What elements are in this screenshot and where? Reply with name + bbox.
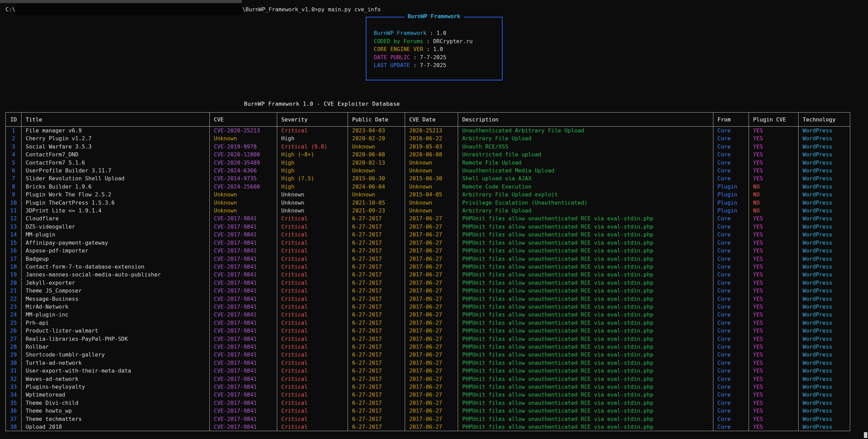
cell-public-date: 6-27-2017 [348, 367, 405, 375]
cell-id: 9 [6, 191, 22, 198]
cell-cve: CVE-2017-9841 [210, 383, 277, 391]
cell-plugin-cve: YES [749, 263, 799, 271]
cell-from: Core [713, 423, 749, 431]
cell-title: Plugins-heyloyalty [22, 383, 210, 391]
cell-plugin-cve: YES [749, 167, 799, 175]
cell-public-date: 2020-02-20 [348, 134, 405, 142]
cell-technology: WordPress [799, 175, 850, 182]
cell-description: Unauth RCE/XSS [458, 143, 713, 151]
cell-technology: WordPress [799, 191, 850, 198]
cell-from: Plugin [713, 183, 749, 191]
cell-plugin-cve: YES [749, 159, 799, 167]
cell-cve-date: 2017-06-27 [405, 391, 458, 399]
cell-plugin-cve: YES [749, 367, 799, 375]
table-row: 36Theme howto_wpCVE-2017-9841Critical6-2… [6, 407, 850, 415]
cell-technology: WordPress [799, 375, 850, 383]
cell-technology: WordPress [799, 279, 850, 287]
cell-technology: WordPress [799, 383, 850, 391]
cell-public-date: 6-27-2017 [348, 223, 405, 231]
cell-title: Plugin TheCartPress 1.5.3.6 [22, 199, 210, 207]
banner-line-label: CODED by Forums [374, 38, 424, 44]
banner-line-value: : DRCrypter.ru [423, 38, 473, 44]
cell-title: UserProfile Builder 3.11.7 [22, 167, 210, 175]
cell-description: Unrestricted file upload [458, 151, 713, 158]
cell-cve: CVE-2017-9841 [210, 295, 277, 303]
cell-severity: Critical [277, 351, 348, 359]
cell-title: Prh-api [22, 319, 210, 327]
cell-technology: WordPress [799, 359, 850, 367]
terminal-window: C:\\BurnWP_Framework_v1.0>py main.py cve… [0, 0, 868, 439]
cell-technology: WordPress [799, 367, 850, 375]
cell-from: Core [713, 279, 749, 287]
cell-technology: WordPress [799, 143, 850, 151]
col-header-from: From [713, 113, 749, 127]
cell-plugin-cve: YES [749, 295, 799, 303]
cell-public-date: 6-27-2017 [348, 311, 405, 319]
cell-plugin-cve: YES [749, 151, 799, 158]
table-row: 22Message-BusinessCVE-2017-9841Critical6… [6, 295, 850, 303]
cell-cve-date: 2017-06-27 [405, 223, 458, 231]
table-row: 20Jekyll-exporterCVE-2017-9841Critical6-… [6, 279, 850, 287]
cell-description: Remote Code Execution [458, 183, 713, 191]
cell-severity: Unknown [277, 207, 348, 215]
table-row: 12CloudflareCVE-2017-9841Critical6-27-20… [6, 215, 850, 222]
cell-from: Core [713, 247, 749, 255]
cell-plugin-cve: YES [749, 279, 799, 287]
table-row: 25Prh-apiCVE-2017-9841Critical6-27-20172… [6, 319, 850, 327]
col-header-description: Description [458, 113, 713, 127]
cell-cve: CVE-2017-9841 [210, 375, 277, 383]
scrollbar-track[interactable] [863, 0, 868, 439]
cell-from: Core [713, 127, 749, 135]
scrollbar-thumb[interactable] [864, 432, 867, 438]
cell-technology: WordPress [799, 215, 850, 222]
cell-title: Realia-libraries-PayPal-PHP-SDK [22, 335, 210, 343]
cell-id: 35 [6, 399, 22, 407]
cell-cve-date: 2017-06-27 [405, 375, 458, 383]
cell-from: Plugin [713, 207, 749, 215]
cell-cve-date: 2017-06-27 [405, 399, 458, 407]
cell-plugin-cve: YES [749, 134, 799, 142]
cell-description: PHPUnit files allow unauthenticated RCE … [458, 391, 713, 399]
cell-plugin-cve: YES [749, 271, 799, 279]
cell-cve: Unknown [210, 191, 277, 198]
cell-technology: WordPress [799, 271, 850, 279]
cell-severity: Critical [277, 271, 348, 279]
cell-id: 24 [6, 311, 22, 319]
cell-description: Arbitrary File Upload exploit [458, 191, 713, 198]
cell-title: Rollbar [22, 343, 210, 351]
table-row: 4ContactForm7_DNDCVE-2020-12800High (~8+… [6, 151, 850, 158]
cell-title: Message-Business [22, 295, 210, 303]
cell-cve-date: 2017-06-27 [405, 343, 458, 351]
cell-cve-date: Unknown [405, 199, 458, 207]
cell-plugin-cve: YES [749, 311, 799, 319]
cell-cve-date: 2017-06-27 [405, 367, 458, 375]
cell-public-date: Unknown [348, 143, 405, 151]
table-row: 1File manager v6.9CVE-2020-25213Critical… [6, 127, 850, 135]
cell-description: Unauthenticated Arbitrary File Upload [458, 127, 713, 135]
cell-public-date: 6-27-2017 [348, 335, 405, 343]
cell-public-date: Unknown [348, 191, 405, 198]
cell-id: 27 [6, 335, 22, 343]
cell-description: PHPUnit files allow unauthenticated RCE … [458, 215, 713, 222]
cell-technology: WordPress [799, 223, 850, 231]
cell-public-date: 2020-06-08 [348, 151, 405, 158]
cell-from: Core [713, 151, 749, 158]
cell-title: MM-plugin [22, 231, 210, 238]
cell-from: Core [713, 167, 749, 175]
cell-description: PHPUnit files allow unauthenticated RCE … [458, 311, 713, 319]
cell-cve: CVE-2017-9841 [210, 303, 277, 311]
table-row: 37Theme techmattersCVE-2017-9841Critical… [6, 415, 850, 423]
cell-cve: CVE-2017-9841 [210, 399, 277, 407]
cell-id: 3 [6, 143, 22, 151]
cell-public-date: 6-27-2017 [348, 415, 405, 423]
cell-id: 13 [6, 223, 22, 231]
redaction-edge [0, 0, 242, 3]
cell-description: PHPUnit files allow unauthenticated RCE … [458, 415, 713, 423]
cell-id: 23 [6, 303, 22, 311]
cell-cve: CVE-2017-9841 [210, 367, 277, 375]
cell-public-date: Unknown [348, 167, 405, 175]
cell-public-date: 6-27-2017 [348, 271, 405, 279]
cell-plugin-cve: YES [749, 423, 799, 431]
banner-line-value: : 7-7-2025 [410, 62, 446, 68]
cell-title: Theme Divi-child [22, 399, 210, 407]
